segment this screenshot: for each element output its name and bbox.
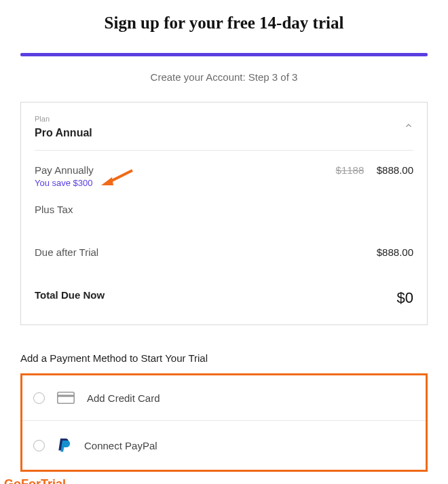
pay-annually-label: Pay Annually (35, 164, 94, 176)
total-due-label: Total Due Now (35, 289, 105, 301)
pay-annually-row: Pay Annually You save $300 $1188 $888.00 (35, 151, 413, 189)
plan-name: Pro Annual (35, 127, 92, 139)
annotation-arrow-icon (101, 168, 134, 188)
connect-paypal-option[interactable]: Connect PayPal (22, 421, 426, 470)
plan-header[interactable]: Plan Pro Annual (35, 103, 413, 151)
total-due-row: Total Due Now $0 (35, 276, 413, 324)
plan-small-label: Plan (35, 115, 92, 123)
paypal-icon (57, 437, 72, 453)
svg-rect-3 (58, 395, 74, 397)
save-note: You save $300 (35, 178, 93, 188)
add-credit-card-option[interactable]: Add Credit Card (22, 375, 426, 421)
page-title: Sign up for your free 14-day trial (0, 0, 448, 53)
due-after-value: $888.00 (377, 246, 413, 258)
due-after-label: Due after Trial (35, 246, 98, 258)
svg-line-0 (108, 170, 132, 183)
watermark: GoForTrial (4, 477, 448, 484)
radio-icon[interactable] (33, 392, 45, 404)
due-after-row: Due after Trial $888.00 (35, 233, 413, 258)
payment-methods-highlight: Add Credit Card Connect PayPal (20, 373, 428, 472)
credit-card-label: Add Credit Card (87, 392, 160, 404)
plus-tax-label: Plus Tax (35, 204, 413, 215)
credit-card-icon (57, 392, 75, 404)
chevron-up-icon[interactable] (404, 121, 413, 133)
total-due-value: $0 (397, 289, 413, 307)
svg-marker-1 (101, 177, 113, 185)
paypal-label: Connect PayPal (84, 440, 157, 451)
step-label: Create your Account: Step 3 of 3 (0, 56, 448, 102)
payment-section-label: Add a Payment Method to Start Your Trial (20, 352, 428, 364)
discount-price: $888.00 (377, 164, 413, 176)
radio-icon[interactable] (33, 440, 45, 451)
svg-rect-2 (58, 392, 74, 403)
plan-summary-card: Plan Pro Annual Pay Annually You save $3… (20, 102, 428, 325)
original-price: $1188 (336, 164, 365, 176)
